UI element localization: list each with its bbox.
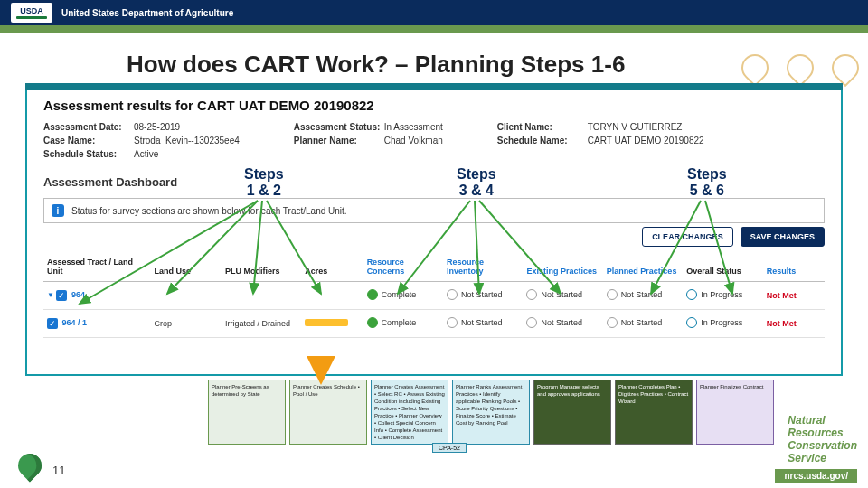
- step-label-line: Steps: [687, 166, 727, 182]
- flow-box: Planner Ranks Assessment Practices • Ide…: [452, 380, 530, 445]
- nrcs-line: Service: [788, 452, 857, 465]
- col-resource-concerns[interactable]: Resource Concerns: [363, 252, 443, 282]
- cell-pp: Not Started: [621, 318, 663, 327]
- status-notstarted-icon: [607, 317, 618, 328]
- usda-logo-bar: [16, 16, 47, 19]
- droplet-icon: [781, 49, 819, 87]
- nrcs-brand-block: Natural Resources Conservation Service: [788, 414, 857, 465]
- col-overall-status: Overall Status: [683, 252, 762, 282]
- status-notstarted-icon: [447, 317, 458, 328]
- flow-tag: CPA-52: [432, 443, 467, 453]
- nrcs-line: Natural: [788, 414, 857, 427]
- process-flow-strip: Planner Pre-Screens as determined by Sta…: [208, 380, 774, 445]
- meta-value: 08-25-2019: [134, 122, 180, 132]
- cell-acres: --: [301, 282, 363, 310]
- step-label-3-4: Steps 3 & 4: [457, 166, 496, 199]
- meta-label: Schedule Name:: [497, 136, 588, 145]
- step-label-line: Steps: [244, 166, 284, 182]
- meta-value: Active: [134, 149, 158, 159]
- cell-ri: Not Started: [461, 318, 503, 327]
- checkbox-checked-icon[interactable]: ✓: [47, 318, 58, 329]
- status-notstarted-icon: [607, 289, 618, 300]
- chevron-down-icon[interactable]: ▼: [47, 291, 54, 299]
- status-notstarted-icon: [447, 289, 458, 300]
- cell-land-use: Crop: [151, 310, 222, 338]
- meta-label: Schedule Status:: [43, 149, 134, 159]
- panel-heading-name: CART UAT DEMO 20190822: [197, 98, 374, 113]
- page-title: How does CART Work? – Planning Steps 1-6: [127, 51, 625, 79]
- meta-label: Assessment Status:: [294, 122, 384, 132]
- step-label-5-6: Steps 5 & 6: [687, 166, 727, 199]
- meta-value: In Assessment: [384, 122, 443, 132]
- flow-box: Planner Finalizes Contract: [696, 380, 774, 445]
- save-changes-button[interactable]: SAVE CHANGES: [741, 227, 825, 247]
- status-notstarted-icon: [526, 317, 537, 328]
- usda-logo-text: USDA: [20, 7, 43, 15]
- info-banner: i Status for survey sections are shown b…: [43, 198, 825, 223]
- col-plu: PLU Modifiers: [222, 252, 301, 282]
- table-row: ✓ 964 / 1 Crop Irrigated / Drained 79 Co…: [43, 310, 825, 338]
- clear-changes-button[interactable]: CLEAR CHANGES: [642, 227, 733, 247]
- flow-box: Planner Pre-Screens as determined by Sta…: [208, 380, 286, 445]
- table-row: ▼ ✓ 964 -- -- -- Complete Not Started No…: [43, 282, 825, 310]
- meta-label: Client Name:: [497, 122, 588, 132]
- cell-overall: In Progress: [701, 290, 742, 299]
- cell-ep: Not Started: [541, 318, 582, 327]
- droplet-icon: [826, 49, 864, 87]
- col-results[interactable]: Results: [763, 252, 825, 282]
- flow-box: Planner Completes Plan • Digitizes Pract…: [615, 380, 693, 445]
- cell-results[interactable]: Not Met: [763, 310, 825, 338]
- step-label-line: 5 & 6: [690, 183, 724, 198]
- status-inprogress-icon: [686, 317, 697, 328]
- usda-topbar: USDA United States Department of Agricul…: [0, 0, 868, 25]
- nrcs-line: Resources: [788, 427, 857, 439]
- panel-heading: Assessment results for CART UAT DEMO 201…: [43, 98, 825, 113]
- flow-box: Planner Creates Assessment • Select RC •…: [371, 380, 448, 445]
- title-underline: [25, 83, 843, 90]
- col-resource-inventory[interactable]: Resource Inventory: [443, 252, 523, 282]
- meta-value: Stroda_Kevin--130235ee4: [134, 136, 240, 145]
- info-icon: i: [52, 204, 64, 217]
- col-acres: Acres: [301, 252, 363, 282]
- green-stripe: [0, 25, 868, 33]
- cell-pp: Not Started: [621, 290, 663, 299]
- meta-label: Case Name:: [43, 136, 134, 145]
- usda-logo: USDA: [11, 3, 52, 23]
- cell-plu: --: [222, 282, 301, 310]
- page-number: 11: [52, 464, 65, 477]
- step-label-1-2: Steps 1 & 2: [244, 166, 284, 199]
- meta-value: CART UAT DEMO 20190822: [588, 136, 704, 145]
- panel-heading-prefix: Assessment results for: [43, 98, 197, 113]
- cell-ri: Not Started: [461, 290, 503, 299]
- droplet-icon: [736, 49, 774, 87]
- meta-label: Assessment Date:: [43, 122, 134, 132]
- nrcs-url-badge: nrcs.usda.gov/: [775, 469, 857, 483]
- flow-box: Program Manager selects and approves app…: [533, 380, 611, 445]
- col-land-use: Land Use: [151, 252, 222, 282]
- unit-link[interactable]: 964: [71, 290, 85, 299]
- col-unit: Assessed Tract / Land Unit: [43, 252, 151, 282]
- col-planned-practices[interactable]: Planned Practices: [603, 252, 683, 282]
- unit-link[interactable]: 964 / 1: [62, 318, 88, 327]
- meta-label: Planner Name:: [294, 136, 384, 145]
- meta-value: TORYN V GUTIERREZ: [588, 122, 683, 132]
- status-notstarted-icon: [526, 289, 537, 300]
- cell-ep: Not Started: [541, 290, 582, 299]
- flow-box: Planner Creates Schedule • Pool / Use: [289, 380, 367, 445]
- step-label-line: 1 & 2: [247, 183, 281, 198]
- cell-rc: Complete: [382, 290, 417, 299]
- info-text: Status for survey sections are shown bel…: [71, 206, 347, 216]
- cell-rc: Complete: [382, 318, 417, 327]
- panel-meta: Assessment Date:08-25-2019 Case Name:Str…: [43, 122, 825, 159]
- assessment-table: Assessed Tract / Land Unit Land Use PLU …: [43, 252, 825, 338]
- acres-bar: [305, 319, 348, 326]
- step-label-line: Steps: [457, 166, 496, 182]
- col-existing-practices[interactable]: Existing Practices: [523, 252, 602, 282]
- meta-value: Chad Volkman: [384, 136, 443, 145]
- cell-results[interactable]: Not Met: [763, 282, 825, 310]
- droplet-icon: [14, 449, 47, 483]
- assessment-panel: Assessment results for CART UAT DEMO 201…: [25, 83, 843, 376]
- cell-overall: In Progress: [701, 318, 742, 327]
- cell-plu: Irrigated / Drained: [222, 310, 301, 338]
- checkbox-checked-icon[interactable]: ✓: [56, 290, 67, 301]
